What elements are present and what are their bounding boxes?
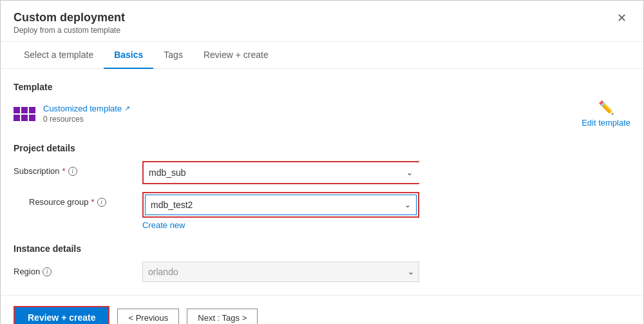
resource-group-chevron[interactable]: ⌄ (399, 200, 416, 209)
subscription-info-icon[interactable]: i (68, 167, 77, 176)
tab-select-template[interactable]: Select a template (14, 42, 104, 69)
grid-cell-3 (29, 107, 35, 113)
dialog-footer: Review + create < Previous Next : Tags > (1, 295, 643, 324)
tab-bar: Select a template Basics Tags Review + c… (1, 42, 643, 69)
custom-deployment-dialog: Custom deployment Deploy from a custom t… (0, 0, 644, 324)
template-name-link[interactable]: Customized template ↗ (43, 104, 130, 113)
resource-group-row: Resource group * i ⌄ Create new (29, 192, 630, 231)
dialog-header: Custom deployment Deploy from a custom t… (1, 1, 643, 42)
next-button[interactable]: Next : Tags > (187, 309, 258, 325)
resource-group-control: ⌄ Create new (142, 192, 419, 231)
tab-tags[interactable]: Tags (153, 42, 193, 69)
dialog-title: Custom deployment (14, 11, 125, 24)
dialog-title-area: Custom deployment Deploy from a custom t… (14, 11, 125, 35)
pencil-icon: ✏️ (598, 100, 614, 115)
grid-cell-1 (14, 107, 20, 113)
dialog-subtitle: Deploy from a custom template (14, 26, 125, 35)
edit-template-button[interactable]: ✏️ Edit template (582, 100, 630, 128)
resource-group-outer-wrapper: ⌄ (142, 192, 419, 218)
template-resources: 0 resources (43, 115, 130, 124)
region-label: Region i (14, 262, 142, 276)
grid-cell-4 (14, 115, 20, 121)
review-create-button[interactable]: Review + create (14, 306, 109, 324)
close-button[interactable]: ✕ (613, 11, 630, 25)
subscription-select[interactable]: mdb_sub (144, 162, 421, 183)
main-content: Template Customized template ↗ 0 resour (1, 69, 643, 295)
tab-basics[interactable]: Basics (104, 42, 153, 69)
resource-group-info-icon[interactable]: i (97, 198, 106, 207)
region-row: Region i orlando ⌄ (14, 262, 630, 282)
resource-group-label: Resource group * i (29, 192, 142, 207)
instance-details-section: Instance details Region i orlando ⌄ (14, 243, 630, 282)
instance-details-title: Instance details (14, 243, 630, 254)
resource-group-required: * (91, 197, 95, 207)
template-info: Customized template ↗ 0 resources (14, 104, 130, 124)
grid-cell-5 (21, 115, 28, 121)
subscription-inner: mdb_sub ⌄ (144, 162, 418, 183)
template-text: Customized template ↗ 0 resources (43, 104, 130, 124)
template-section: Customized template ↗ 0 resources ✏️ Edi… (14, 100, 630, 128)
region-select: orlando (142, 262, 419, 282)
subscription-control: mdb_sub ⌄ (142, 161, 419, 184)
template-grid-icon (14, 107, 35, 121)
tab-review-create[interactable]: Review + create (193, 42, 279, 69)
subscription-row: Subscription * i mdb_sub ⌄ (14, 161, 630, 184)
template-section-title: Template (14, 82, 630, 92)
resource-group-inner: ⌄ (145, 195, 417, 215)
region-info-icon[interactable]: i (43, 267, 52, 276)
subscription-label: Subscription * i (14, 161, 142, 176)
project-details-title: Project details (14, 143, 630, 153)
project-details-section: Project details Subscription * i mdb_sub… (14, 143, 630, 231)
subscription-select-wrapper: mdb_sub ⌄ (142, 161, 419, 184)
grid-cell-6 (29, 115, 35, 121)
subscription-required: * (62, 166, 66, 176)
external-link-icon: ↗ (124, 104, 130, 113)
resource-group-input[interactable] (146, 195, 399, 214)
region-control: orlando ⌄ (142, 262, 419, 282)
region-select-wrapper: orlando ⌄ (142, 262, 419, 282)
previous-button[interactable]: < Previous (117, 309, 179, 325)
grid-cell-2 (21, 107, 28, 113)
create-new-link[interactable]: Create new (142, 220, 185, 230)
